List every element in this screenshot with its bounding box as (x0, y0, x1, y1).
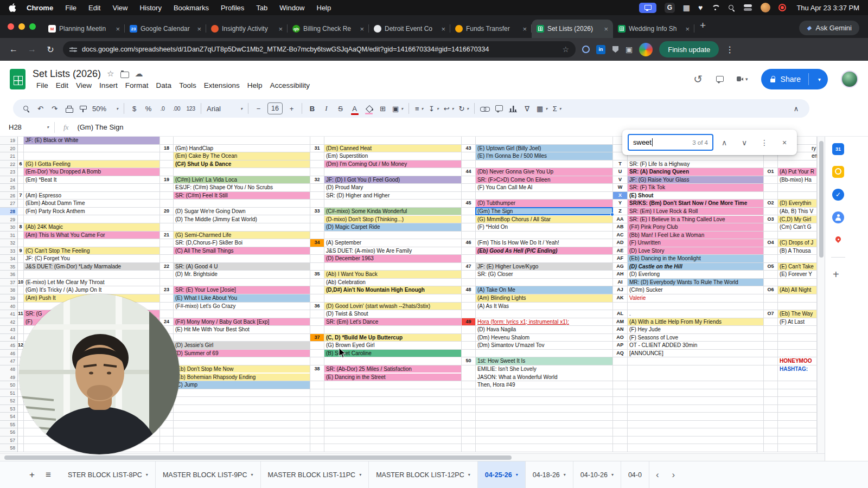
sheet-tab[interactable]: MASTER BLOCK LIST-9PC▾ (156, 461, 261, 488)
grid-cell[interactable]: (Em) Cake By The Ocean (174, 152, 310, 160)
row-header[interactable]: 58 (0, 444, 18, 452)
sheet-tab-menu-icon[interactable]: ▾ (516, 472, 518, 477)
block-number-cell[interactable]: 35 (310, 271, 324, 278)
block-number-cell[interactable]: 23 (160, 286, 173, 294)
block-number-cell[interactable]: 32 (310, 176, 324, 184)
grid-cell[interactable]: (D-mixo) Don't Stop (Thinking...) (324, 216, 461, 223)
menu-insert[interactable]: Insert (95, 80, 122, 91)
formula-value[interactable]: (Gm) The Sign (77, 123, 123, 131)
grid-cell[interactable]: (E-mixo) Let Me Clear My Throat (24, 279, 159, 286)
text-wrap-button[interactable]: ↩▾ (442, 101, 456, 115)
menubar-item-profiles[interactable]: Profiles (221, 4, 244, 12)
grid-cell[interactable]: (F#-mixo) Let's Go Crazy (174, 303, 310, 310)
block-number-cell[interactable]: O2 (764, 200, 777, 207)
block-number-cell[interactable]: 11 (18, 310, 23, 318)
browser-tab[interactable]: 23Google Calendar× (125, 20, 206, 38)
grid-cell[interactable]: JF: (E) Black or White (24, 137, 159, 144)
row-header[interactable]: 26 (0, 192, 18, 200)
block-number-cell[interactable]: 12 (18, 342, 23, 349)
block-number-cell[interactable]: AF (613, 255, 627, 262)
insert-chart-button[interactable] (506, 101, 520, 115)
block-number-cell[interactable]: AE (613, 247, 627, 255)
grid-app-icon[interactable]: ▦ (683, 3, 690, 12)
menubar-item-bookmarks[interactable]: Bookmarks (174, 4, 209, 12)
block-number-cell[interactable]: 36 (310, 303, 324, 310)
grid-cell[interactable]: (E) Forever Y (778, 271, 816, 278)
browser-tab[interactable]: Insightly Activity× (206, 20, 288, 38)
block-number-cell[interactable]: 7 (18, 192, 23, 200)
grid-cell[interactable]: (Ab) I Want You Back (324, 271, 461, 278)
toolbar-search-icon[interactable] (20, 101, 33, 115)
block-number-cell[interactable]: AI (613, 279, 627, 286)
grid-cell[interactable]: HONEYMOO (778, 357, 816, 365)
wifi-icon[interactable] (711, 4, 719, 11)
row-header[interactable]: 25 (0, 184, 18, 192)
close-tab-icon[interactable]: × (197, 25, 201, 33)
grid-cell[interactable]: (D,D#) Ain't No Mountain High Enough (324, 286, 461, 294)
grid-cell[interactable]: (D) Proud Mary (324, 184, 461, 191)
increase-decimal-button[interactable]: .00 (170, 101, 183, 115)
find-options-icon[interactable]: ⋮ (755, 133, 774, 152)
browser-tab[interactable]: Wedding Info Sh× (613, 20, 694, 38)
grid-cell[interactable]: (C) Jump (174, 381, 310, 389)
grid-cell[interactable]: (Am) This Is What You Came For (24, 232, 159, 239)
row-header[interactable]: 53 (0, 405, 18, 413)
row-header[interactable]: 20 (0, 145, 18, 153)
block-number-cell[interactable]: AG (613, 263, 627, 271)
print-button[interactable] (62, 101, 75, 115)
grid-cell[interactable]: (C,D) My Girl (778, 216, 816, 223)
italic-button[interactable]: I (320, 101, 333, 115)
grid-cell[interactable]: (C#-mixo) Some Kinda Wonderful (324, 208, 461, 215)
grid-cell[interactable]: (D) Everythin (778, 200, 816, 207)
grid-cell[interactable]: (Fm) Party Rock Anthem (24, 208, 159, 215)
row-header[interactable]: 29 (0, 216, 18, 224)
grid-cell[interactable]: (D) Tubthumper (476, 200, 612, 207)
grid-cell[interactable]: (F) Hey Jude (628, 326, 763, 333)
sheet-tab-menu-icon[interactable]: ▾ (564, 472, 566, 477)
grid-cell[interactable]: SR: (G) Closer (476, 271, 612, 278)
sheet-tab[interactable]: 04-18-26▾ (526, 461, 573, 488)
grid-cell[interactable]: SR/KS: (Bm) Don't Start Now / One More T… (628, 200, 763, 207)
block-number-cell[interactable]: AP (613, 342, 627, 349)
row-header[interactable]: 24 (0, 176, 18, 184)
contacts-icon[interactable] (832, 211, 844, 223)
currency-format-button[interactable]: $ (127, 101, 141, 115)
block-number-cell[interactable]: 20 (160, 208, 173, 215)
close-tab-icon[interactable]: × (604, 25, 608, 33)
grid-cell[interactable]: JF: (D) I Got You (I Feel Good) (324, 176, 461, 184)
grid-cell[interactable]: EMILIE: Isn't She Lovely (476, 365, 612, 373)
grid-cell[interactable]: (G) Semi-Charmed Life (174, 232, 310, 239)
grid-cell[interactable]: (D) Castle on the Hill (628, 263, 763, 271)
row-header[interactable]: 51 (0, 389, 18, 397)
all-sheets-button[interactable]: ≡ (40, 467, 56, 483)
hide-toolbar-button[interactable]: ∧ (789, 101, 803, 115)
grid-cell[interactable]: (F#) Mony Mony / Baby Got Back [Exp] (174, 318, 310, 326)
block-number-cell[interactable]: 18 (160, 145, 173, 152)
row-header[interactable]: 21 (0, 152, 18, 160)
calendar-icon[interactable]: 31 (832, 143, 844, 155)
browser-tab[interactable]: MPlanning Meetin× (43, 20, 125, 38)
bookmark-star-icon[interactable]: ☆ (562, 45, 569, 54)
block-number-cell[interactable]: O6 (764, 286, 777, 294)
reload-button[interactable]: ↻ (44, 44, 56, 55)
row-header[interactable]: 49 (0, 374, 18, 382)
grid-cell[interactable]: (F) At Last (778, 318, 816, 326)
table-button[interactable]: ▦▾ (534, 101, 550, 115)
text-rotate-button[interactable]: ↻▾ (456, 101, 471, 115)
grid-cell[interactable]: ES/JF: (C#m) Shape Of You / No Scrubs (174, 184, 310, 191)
grid-cell[interactable]: (D) Hava Nagila (476, 326, 612, 333)
sheet-tab[interactable]: MASTER BLOCK LIST-12PC▾ (369, 461, 478, 488)
grid-cell[interactable]: SR: (D) Higher and Higher (324, 192, 461, 200)
menubar-item-chrome[interactable]: Chrome (27, 4, 53, 12)
block-number-cell[interactable]: AC (613, 232, 627, 239)
sheet-tab[interactable]: MASTER BLOCK LIST-11PC▾ (261, 461, 369, 488)
grid-cell[interactable]: SR: (E) Your Love [Josie] (174, 286, 310, 294)
grid-cell[interactable]: (Gm) It's Tricky / (A) Jump On It (24, 286, 159, 294)
grid-cell[interactable]: (A) September (324, 239, 461, 247)
grid-cell[interactable]: (C) Drops of J (778, 239, 816, 247)
block-number-cell[interactable]: 44 (462, 168, 475, 176)
grid-cell[interactable]: (C#m) Livin' La Vida Loca (174, 176, 310, 184)
grid-cell[interactable]: J&S DUET: (A-mixo) We Are Family (324, 247, 461, 255)
grid-cell[interactable]: (C#m) Sucker (628, 286, 763, 294)
zoom-select[interactable]: 50%▾ (90, 101, 120, 115)
